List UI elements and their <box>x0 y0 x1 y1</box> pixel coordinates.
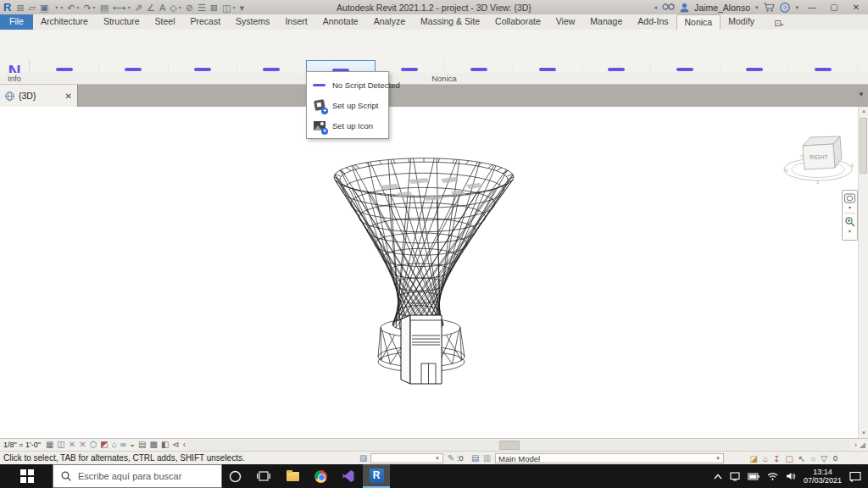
menu-item-no-script-detected[interactable]: No Script Detected <box>307 75 388 95</box>
scroll-up-icon[interactable]: ▲ <box>859 107 868 116</box>
visual-style-icon[interactable]: ◫ <box>57 439 64 451</box>
redo-icon[interactable]: ↷ <box>83 1 91 14</box>
undo-icon-caret[interactable]: ▾ <box>76 4 79 10</box>
revit-app-icon[interactable]: R <box>3 1 11 14</box>
ribbon-tab-insert[interactable]: Insert <box>277 14 314 30</box>
hide-analytical-model-icon[interactable]: ▩ <box>149 439 157 451</box>
taskbar-search[interactable]: Escribe aquí para buscar <box>53 464 222 488</box>
ribbon-tab-systems[interactable]: Systems <box>228 14 277 30</box>
task-view-button[interactable] <box>251 464 276 488</box>
action-center-icon[interactable] <box>849 471 861 482</box>
text-icon[interactable]: A <box>159 1 165 14</box>
visual-studio-button[interactable] <box>336 464 361 488</box>
search-icon[interactable] <box>662 3 675 12</box>
menu-item-set-up-icon[interactable]: +Set up Icon <box>307 115 388 136</box>
default-3d-view-icon[interactable]: ◇ <box>170 1 176 14</box>
select-by-face-icon[interactable]: ▢ <box>785 453 793 465</box>
properties-icon[interactable]: ⊞ <box>16 1 24 14</box>
drawing-area[interactable]: N E S W RIGHT ▾ ▾ ▲ ▼ <box>0 107 868 438</box>
ribbon-tab-analyze[interactable]: Analyze <box>366 14 413 30</box>
vertical-scroll-thumb[interactable] <box>860 118 867 174</box>
switch-windows-icon[interactable]: ◫ <box>222 1 231 14</box>
design-options-alt-icon[interactable]: ▥ <box>483 453 491 463</box>
ribbon-tab-file[interactable]: File <box>0 14 33 30</box>
ribbon-tab-view[interactable]: View <box>548 14 583 30</box>
rendering-dialog-icon[interactable]: ⬡ <box>90 439 97 451</box>
ribbon-tab-modify[interactable]: Modify <box>721 14 762 30</box>
ribbon-tab-structure[interactable]: Structure <box>96 14 147 30</box>
temporary-hide-isolate-icon[interactable]: ∞ <box>120 439 126 451</box>
select-pinned-icon[interactable]: ↧ <box>773 453 780 465</box>
infocenter-collapse-icon[interactable]: ◂ <box>654 4 658 11</box>
wheel-menu-caret-icon[interactable]: ▾ <box>849 204 851 210</box>
wifi-icon[interactable] <box>767 472 778 480</box>
background-processes-icon[interactable]: ○ <box>810 453 815 465</box>
restore-button[interactable]: ▢ <box>826 3 843 12</box>
close-inactive-icon[interactable]: ⊠ <box>210 1 218 14</box>
file-explorer-button[interactable] <box>280 464 305 488</box>
close-button[interactable]: ✕ <box>848 3 865 12</box>
measure-icon[interactable]: ⟷ <box>113 1 126 14</box>
collapse-bar-icon[interactable]: ‹ <box>183 439 186 451</box>
horizontal-scrollbar[interactable] <box>187 440 850 451</box>
user-menu-caret-icon[interactable]: ▾ <box>755 4 759 11</box>
taskbar-clock[interactable]: 13:14 07/03/2021 <box>804 468 842 485</box>
shadows-icon[interactable]: ✕ <box>79 439 86 451</box>
detail-level-icon[interactable]: ▦ <box>46 439 53 451</box>
view-tab-close-icon[interactable]: ✕ <box>65 92 72 101</box>
design-options-icon[interactable]: ▤ <box>471 453 479 463</box>
ribbon-tab-architecture[interactable]: Architecture <box>33 14 96 30</box>
revit-taskbar-button[interactable]: R <box>363 464 390 488</box>
cart-icon[interactable] <box>763 3 775 12</box>
horizontal-scroll-thumb[interactable] <box>499 441 520 450</box>
sync-icon-caret[interactable]: ▾ <box>60 4 63 10</box>
worksets-icon[interactable]: ▨ <box>359 453 367 463</box>
displacement-icon[interactable]: ◧ <box>161 439 169 451</box>
ribbon-tab-steel[interactable]: Steel <box>147 14 183 30</box>
select-links-icon[interactable]: ◪ <box>750 453 758 465</box>
reveal-constraints-icon[interactable]: ⊲ <box>172 439 179 451</box>
sync-icon[interactable]: ◔ <box>53 1 58 14</box>
active-workset-select[interactable]: ▼ <box>370 453 443 463</box>
crop-visibility-icon[interactable]: ⌂ <box>112 439 117 451</box>
navigation-wheel-icon[interactable] <box>844 193 855 203</box>
undo-icon[interactable]: ↶ <box>67 1 75 14</box>
open-icon[interactable]: ▱ <box>29 1 36 14</box>
sun-path-icon[interactable]: ✕ <box>69 439 75 451</box>
ribbon-tab-annotate[interactable]: Annotate <box>315 14 366 30</box>
menu-item-set-up-script[interactable]: +Set up Script <box>307 95 388 115</box>
view-tab-3d[interactable]: {3D} ✕ <box>0 85 78 107</box>
reveal-hidden-elements-icon[interactable]: ◒ <box>130 439 135 451</box>
zoom-menu-caret-icon[interactable]: ▾ <box>849 228 851 234</box>
thin-lines-icon[interactable]: ☰ <box>198 1 206 14</box>
zoom-icon[interactable] <box>844 216 855 227</box>
ribbon-tab-add-ins[interactable]: Add-Ins <box>630 14 676 30</box>
temporary-view-properties-icon[interactable]: ▤ <box>138 439 146 451</box>
chrome-button[interactable] <box>308 464 333 488</box>
drag-on-selection-icon[interactable]: ↖ <box>798 453 805 465</box>
ribbon-tab-nonica[interactable]: Nonica <box>676 14 721 30</box>
signed-in-user[interactable]: Jaime_Alonso <box>694 3 750 13</box>
save-icon[interactable]: ▣ <box>40 1 48 14</box>
measure-icon-caret[interactable]: ▾ <box>128 4 131 10</box>
default-3d-view-icon-caret[interactable]: ▾ <box>179 4 181 10</box>
ribbon-tab-massing-site[interactable]: Massing & Site <box>413 14 487 30</box>
ribbon-tab-collaborate[interactable]: Collaborate <box>487 14 548 30</box>
design-option-select[interactable]: Main Model▼ <box>495 453 724 463</box>
modify-panel-switch-icon[interactable]: ⊡ ▾ <box>774 19 783 30</box>
switch-windows-icon-caret[interactable]: ▾ <box>232 4 235 10</box>
select-underlay-icon[interactable]: ⌂ <box>763 453 768 465</box>
section-icon[interactable]: ⊘ <box>186 1 193 14</box>
crop-region-icon[interactable]: ◩ <box>100 439 108 451</box>
ribbon-tab-manage[interactable]: Manage <box>582 14 630 30</box>
customize-qat-icon[interactable]: ▾ <box>239 1 244 14</box>
display-icon[interactable] <box>730 472 740 481</box>
start-button[interactable] <box>20 469 34 483</box>
minimize-button[interactable]: — <box>804 3 821 12</box>
view-scale-button[interactable]: 1/8" = 1'-0" <box>3 441 41 449</box>
hidden-icons-chevron-icon[interactable] <box>714 474 722 480</box>
redo-icon-caret[interactable]: ▾ <box>93 4 96 10</box>
ribbon-state-caret-icon[interactable]: ▼ <box>858 91 865 98</box>
cortana-button[interactable] <box>222 464 248 488</box>
help-caret-icon[interactable]: ▾ <box>795 4 798 11</box>
